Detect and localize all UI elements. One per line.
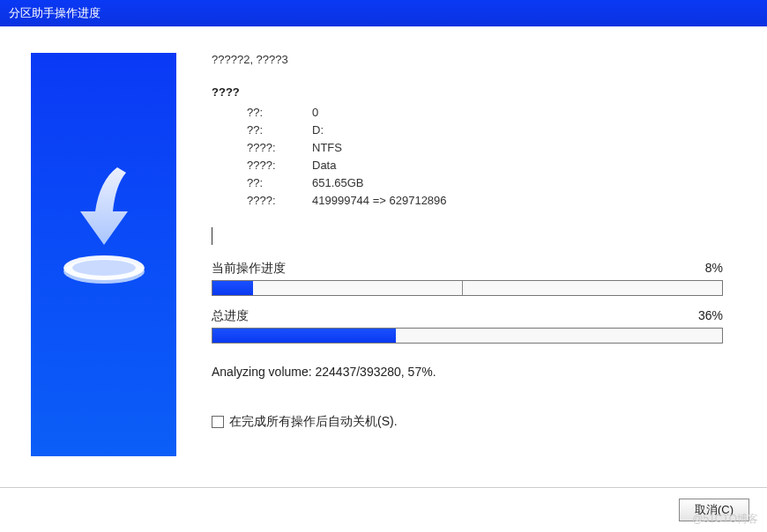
operation-summary: ?????2, ????3: [212, 53, 723, 66]
detail-label: ??:: [247, 174, 309, 192]
main-panel: ?????2, ????3 ???? ??: 0 ??: D: ????: NT…: [176, 26, 767, 487]
details-table: ??: 0 ??: D: ????: NTFS ????: Data ??:: [247, 104, 723, 210]
total-progress-percent: 36%: [698, 308, 723, 324]
download-to-disk-icon: [56, 167, 153, 293]
details-row: ????: 419999744 => 629712896: [247, 192, 723, 210]
progress-tick: [462, 281, 463, 295]
current-progress-section: 当前操作进度 8%: [212, 261, 723, 296]
detail-label: ????:: [247, 192, 309, 210]
detail-value: Data: [309, 157, 336, 174]
details-row: ????: NTFS: [247, 139, 723, 157]
svg-point-2: [72, 260, 136, 276]
shutdown-checkbox[interactable]: [212, 416, 224, 428]
detail-value: NTFS: [309, 139, 342, 157]
detail-value: D:: [309, 122, 324, 139]
details-row: ??: 0: [247, 104, 723, 122]
dialog-footer: 取消(C): [0, 487, 767, 532]
current-progress-label: 当前操作进度: [212, 261, 286, 277]
sidebar-graphic: [31, 53, 176, 456]
detail-value: 651.65GB: [309, 174, 364, 192]
detail-value: 419999744 => 629712896: [309, 192, 447, 210]
text-caret: [212, 227, 212, 245]
current-progress-bar: [212, 280, 723, 296]
total-progress-fill: [212, 329, 396, 343]
current-progress-fill: [212, 281, 253, 295]
detail-label: ????:: [247, 139, 309, 157]
total-progress-section: 总进度 36%: [212, 308, 723, 344]
titlebar: 分区助手操作进度: [0, 0, 767, 26]
details-header: ????: [212, 85, 723, 99]
status-text: Analyzing volume: 224437/393280, 57%.: [212, 365, 723, 379]
dialog-window: 分区助手操作进度 ?????2: [0, 0, 767, 532]
total-progress-label: 总进度: [212, 308, 249, 324]
shutdown-checkbox-row[interactable]: 在完成所有操作后自动关机(S).: [212, 414, 723, 430]
details-row: ??: D:: [247, 122, 723, 139]
details-row: ????: Data: [247, 157, 723, 174]
detail-value: 0: [309, 104, 318, 122]
detail-label: ????:: [247, 157, 309, 174]
watermark: @51CTO博客: [692, 512, 758, 527]
detail-label: ??:: [247, 122, 309, 139]
content-area: ?????2, ????3 ???? ??: 0 ??: D: ????: NT…: [0, 26, 767, 487]
current-progress-percent: 8%: [705, 261, 723, 277]
window-title: 分区助手操作进度: [9, 5, 101, 21]
details-row: ??: 651.65GB: [247, 174, 723, 192]
shutdown-checkbox-label: 在完成所有操作后自动关机(S).: [229, 414, 398, 430]
total-progress-bar: [212, 328, 723, 344]
detail-label: ??:: [247, 104, 309, 122]
